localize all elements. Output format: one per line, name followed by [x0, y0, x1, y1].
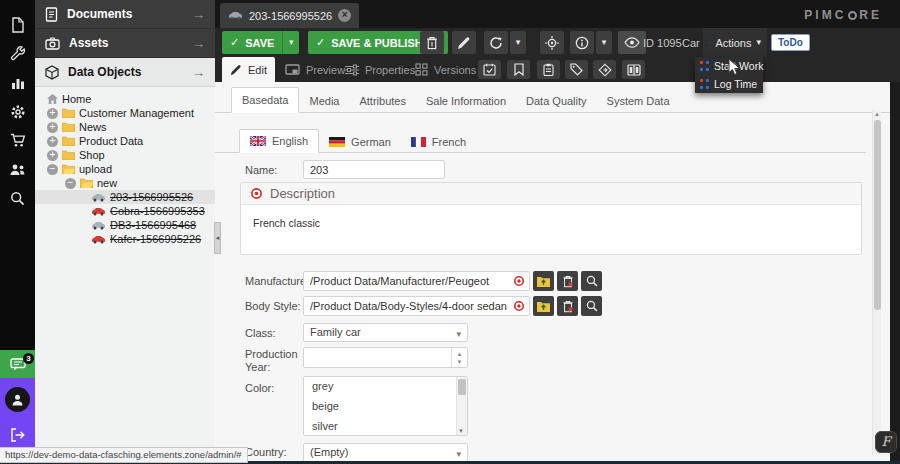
- content-scrollbar[interactable]: ▲: [872, 110, 881, 455]
- tags-button[interactable]: [565, 60, 588, 79]
- collapse-icon[interactable]: −: [47, 164, 58, 175]
- reload-button[interactable]: [484, 31, 508, 54]
- body-style-input[interactable]: [303, 296, 530, 316]
- scrollbar-thumb[interactable]: [458, 379, 466, 395]
- logout-button[interactable]: [0, 420, 35, 449]
- spinner-arrows[interactable]: ▲ ▼: [451, 348, 467, 367]
- scroll-down-icon[interactable]: ▼: [458, 428, 464, 434]
- accordion-assets[interactable]: Assets →: [35, 29, 215, 58]
- tab-edit[interactable]: Edit: [222, 57, 275, 82]
- expand-arrow-icon[interactable]: →: [192, 36, 205, 51]
- workflow-status-badge: ToDo: [771, 34, 810, 51]
- tree-item-news[interactable]: + News: [35, 120, 215, 134]
- class-select[interactable]: Family car ▾: [303, 323, 468, 342]
- tab-versions[interactable]: Versions: [407, 57, 484, 82]
- locate-in-tree-button[interactable]: [540, 31, 564, 54]
- object-type-label: Car: [682, 37, 700, 49]
- info-button[interactable]: [570, 31, 594, 54]
- scroll-up-icon[interactable]: ▲: [874, 111, 880, 117]
- tree-item-new[interactable]: − new: [35, 176, 215, 190]
- preview-screen-icon: [285, 64, 300, 76]
- color-option-grey[interactable]: grey: [304, 377, 467, 397]
- tab-basedata[interactable]: Basedata: [231, 87, 299, 113]
- bookmark-button[interactable]: [507, 60, 530, 79]
- documents-rail-button[interactable]: [0, 10, 35, 39]
- car-icon-grey: [91, 193, 106, 202]
- tools-rail-button[interactable]: [0, 39, 35, 68]
- manufacturer-remove-button[interactable]: [557, 271, 578, 291]
- check-icon: ✓: [316, 36, 325, 49]
- workflow-button[interactable]: [593, 60, 616, 79]
- reports-rail-button[interactable]: [0, 68, 35, 97]
- settings-rail-button[interactable]: [0, 97, 35, 126]
- notifications-rail-button[interactable]: 3: [0, 350, 35, 378]
- tree-item-203[interactable]: 203-1566995526: [35, 190, 215, 204]
- body-style-remove-button[interactable]: [557, 296, 578, 316]
- tab-attributes[interactable]: Attributes: [349, 89, 415, 113]
- tab-data-quality[interactable]: Data Quality: [516, 89, 597, 113]
- actions-dropdown-button[interactable]: Actions ▾: [703, 28, 767, 57]
- tab-system-data[interactable]: System Data: [597, 89, 680, 113]
- manufacturer-open-button[interactable]: [533, 271, 554, 291]
- panel-collapse-handle[interactable]: ◂: [214, 222, 221, 254]
- search-rail-button[interactable]: [0, 184, 35, 213]
- expand-icon[interactable]: +: [47, 108, 58, 119]
- expand-arrow-icon[interactable]: →: [192, 65, 205, 80]
- user-avatar[interactable]: [5, 387, 30, 412]
- info-options-caret[interactable]: ▾: [596, 31, 612, 54]
- reload-options-caret[interactable]: ▾: [510, 31, 526, 54]
- tree-item-shop[interactable]: + Shop: [35, 148, 215, 162]
- expand-icon[interactable]: +: [47, 122, 58, 133]
- collapse-icon[interactable]: −: [65, 178, 76, 189]
- tree-item-home[interactable]: Home: [35, 92, 215, 106]
- spin-up-icon[interactable]: ▲: [457, 350, 463, 358]
- country-select[interactable]: (Empty) ▾: [303, 443, 468, 462]
- expand-icon[interactable]: +: [47, 150, 58, 161]
- color-option-beige[interactable]: beige: [304, 397, 467, 417]
- save-split-caret[interactable]: ▾: [282, 31, 299, 54]
- main-area: 203-1566995526 × PIMCRE ✓SAVE ▾ ✓SAVE & …: [215, 0, 900, 464]
- preview-eye-button[interactable]: [618, 31, 646, 54]
- production-year-spinner[interactable]: ▲ ▼: [303, 347, 468, 368]
- accordion-documents[interactable]: Documents →: [35, 0, 215, 29]
- schedule-button[interactable]: [478, 60, 501, 79]
- scrollbar-thumb[interactable]: [874, 120, 881, 310]
- tab-sale-information[interactable]: Sale Information: [416, 89, 516, 113]
- accordion-data-objects[interactable]: Data Objects →: [35, 58, 215, 87]
- spin-down-icon[interactable]: ▼: [457, 358, 463, 366]
- tab-lang-english[interactable]: English: [239, 129, 319, 153]
- compare-layout-button[interactable]: [622, 60, 645, 79]
- expand-arrow-icon[interactable]: →: [192, 7, 205, 22]
- color-option-silver[interactable]: silver: [304, 417, 467, 436]
- color-scrollbar[interactable]: ▼: [456, 377, 467, 435]
- tree-item-db3[interactable]: DB3-1566995468: [35, 218, 215, 232]
- tree-item-upload[interactable]: − upload: [35, 162, 215, 176]
- manufacturer-input[interactable]: [303, 271, 530, 291]
- description-value[interactable]: French classic: [241, 205, 861, 241]
- tree-item-product-data[interactable]: + Product Data: [35, 134, 215, 148]
- expand-icon[interactable]: +: [47, 136, 58, 147]
- color-multiselect[interactable]: grey beige silver ▼: [303, 376, 468, 436]
- delete-button[interactable]: [420, 31, 444, 54]
- tab-close-icon[interactable]: ×: [338, 9, 351, 22]
- tab-lang-german[interactable]: German: [319, 131, 401, 153]
- tree-item-cobra[interactable]: Cobra-1566995353: [35, 204, 215, 218]
- extension-badge-icon[interactable]: F: [875, 431, 897, 453]
- open-object-tab[interactable]: 203-1566995526 ×: [220, 3, 359, 28]
- tab-lang-french[interactable]: French: [401, 131, 476, 153]
- notes-events-button[interactable]: [537, 60, 560, 79]
- menu-item-log-time[interactable]: Log Time: [695, 75, 763, 93]
- tree-item-kafer[interactable]: Kafer-1566995226: [35, 232, 215, 246]
- gear-icon: [10, 104, 26, 120]
- body-style-search-button[interactable]: [581, 296, 602, 316]
- tab-media[interactable]: Media: [299, 89, 349, 113]
- save-button[interactable]: ✓SAVE ▾: [222, 31, 299, 54]
- rename-button[interactable]: [452, 31, 476, 54]
- manufacturer-search-button[interactable]: [581, 271, 602, 291]
- class-label: Class:: [245, 327, 276, 339]
- body-style-open-button[interactable]: [533, 296, 554, 316]
- ecommerce-rail-button[interactable]: [0, 126, 35, 155]
- name-input[interactable]: [303, 160, 445, 179]
- customers-rail-button[interactable]: [0, 155, 35, 184]
- tree-item-customer-management[interactable]: + Customer Management: [35, 106, 215, 120]
